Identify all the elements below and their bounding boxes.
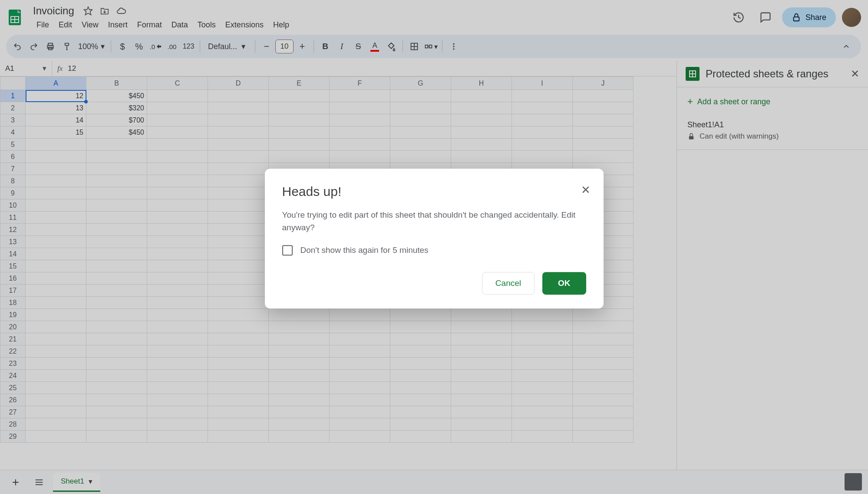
cell[interactable] [26, 248, 86, 260]
cell[interactable] [86, 418, 147, 431]
zoom-select[interactable]: 100%▾ [76, 42, 107, 51]
cell[interactable] [86, 394, 147, 406]
cell[interactable] [208, 151, 269, 163]
cell[interactable] [573, 418, 634, 431]
cell[interactable] [86, 309, 147, 321]
cell[interactable] [330, 333, 390, 345]
cell[interactable] [512, 90, 573, 102]
row-header[interactable]: 2 [0, 102, 26, 114]
col-header-h[interactable]: H [451, 77, 512, 90]
cell[interactable] [573, 382, 634, 394]
cell[interactable] [26, 187, 86, 199]
cell[interactable] [26, 382, 86, 394]
cell[interactable] [26, 418, 86, 431]
percent-button[interactable]: % [131, 39, 147, 54]
cell[interactable] [269, 151, 330, 163]
cell[interactable] [269, 90, 330, 102]
text-color-button[interactable]: A [367, 39, 383, 54]
cell[interactable] [330, 309, 390, 321]
row-header[interactable]: 8 [0, 175, 26, 187]
cell[interactable] [147, 309, 208, 321]
cell[interactable] [86, 248, 147, 260]
cell[interactable] [512, 114, 573, 126]
cell[interactable] [208, 394, 269, 406]
cell[interactable] [208, 175, 269, 187]
comments-icon[interactable] [755, 7, 776, 28]
chevron-down-icon[interactable]: ▾ [89, 477, 92, 486]
paint-format-button[interactable] [59, 39, 75, 54]
cell[interactable] [390, 406, 451, 418]
name-box[interactable]: A1▾ [0, 61, 52, 76]
row-header[interactable]: 18 [0, 297, 26, 309]
col-header-d[interactable]: D [208, 77, 269, 90]
cell[interactable] [451, 345, 512, 358]
cell[interactable] [86, 285, 147, 297]
row-header[interactable]: 23 [0, 358, 26, 370]
row-header[interactable]: 12 [0, 224, 26, 236]
cell[interactable] [269, 126, 330, 139]
col-header-c[interactable]: C [147, 77, 208, 90]
cell[interactable] [512, 151, 573, 163]
cell[interactable] [208, 236, 269, 248]
cell[interactable] [26, 406, 86, 418]
cell[interactable] [86, 260, 147, 272]
row-header[interactable]: 28 [0, 418, 26, 431]
format-123-button[interactable]: 123 [181, 39, 196, 54]
cell[interactable] [330, 90, 390, 102]
cell[interactable] [208, 370, 269, 382]
cell[interactable] [573, 309, 634, 321]
cell[interactable] [26, 345, 86, 358]
cell[interactable]: $450 [86, 126, 147, 139]
cell[interactable] [208, 431, 269, 443]
row-header[interactable]: 7 [0, 163, 26, 175]
cell[interactable] [86, 382, 147, 394]
row-header[interactable]: 22 [0, 345, 26, 358]
cell[interactable] [269, 102, 330, 114]
cell[interactable] [147, 151, 208, 163]
cell[interactable] [26, 139, 86, 151]
cell[interactable] [512, 345, 573, 358]
cell[interactable] [573, 114, 634, 126]
cell[interactable] [269, 139, 330, 151]
row-header[interactable]: 5 [0, 139, 26, 151]
cell[interactable] [573, 321, 634, 333]
cell[interactable] [573, 370, 634, 382]
cell[interactable] [512, 431, 573, 443]
row-header[interactable]: 4 [0, 126, 26, 139]
sheets-logo-icon[interactable] [4, 7, 25, 28]
cell[interactable] [390, 394, 451, 406]
cell[interactable] [208, 90, 269, 102]
cell[interactable] [390, 333, 451, 345]
col-header-f[interactable]: F [330, 77, 390, 90]
row-header[interactable]: 20 [0, 321, 26, 333]
col-header-a[interactable]: A [26, 77, 86, 90]
decrease-decimal-button[interactable]: .0 [148, 39, 163, 54]
redo-button[interactable] [26, 39, 42, 54]
cell[interactable] [147, 260, 208, 272]
col-header-j[interactable]: J [573, 77, 634, 90]
cell[interactable] [26, 358, 86, 370]
cell[interactable] [147, 139, 208, 151]
cell[interactable]: $320 [86, 102, 147, 114]
cell[interactable] [86, 199, 147, 212]
cell[interactable] [573, 406, 634, 418]
cell[interactable] [86, 212, 147, 224]
cell[interactable] [86, 345, 147, 358]
sheet-tab-1[interactable]: Sheet1 ▾ [53, 473, 100, 492]
cell[interactable] [512, 358, 573, 370]
cell[interactable] [390, 345, 451, 358]
cell[interactable] [390, 431, 451, 443]
cell[interactable] [86, 321, 147, 333]
font-select[interactable]: Defaul...▾ [204, 42, 251, 51]
cell[interactable] [390, 102, 451, 114]
cell[interactable] [451, 102, 512, 114]
cell[interactable] [147, 358, 208, 370]
cell[interactable] [147, 126, 208, 139]
cell[interactable] [269, 358, 330, 370]
cell[interactable] [26, 199, 86, 212]
cell[interactable] [86, 272, 147, 285]
cell[interactable] [390, 358, 451, 370]
cell[interactable] [147, 248, 208, 260]
row-header[interactable]: 26 [0, 394, 26, 406]
cell[interactable] [147, 224, 208, 236]
